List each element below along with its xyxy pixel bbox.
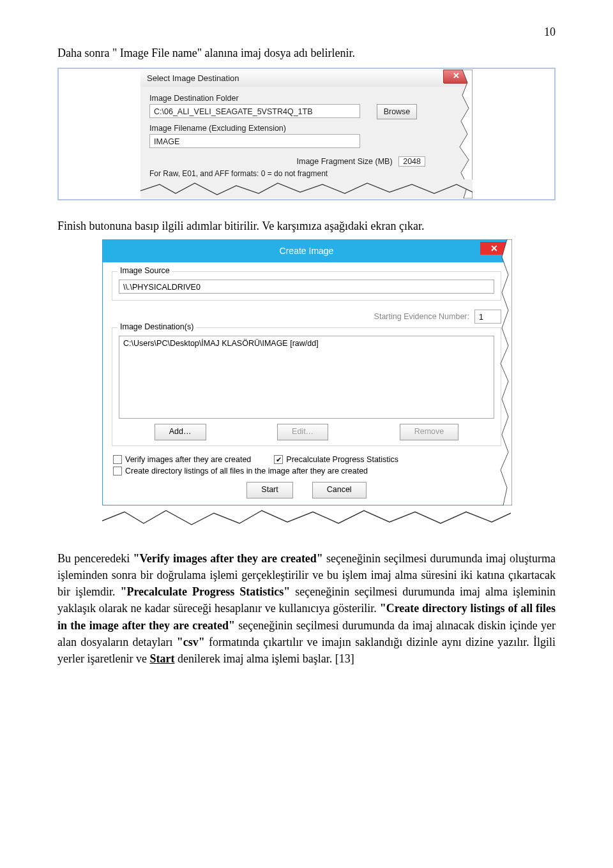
screenshot-select-image-destination: ✕ Select Image Destination Image Destina… <box>57 68 556 200</box>
dialog-title: Create Image ✕ <box>103 239 510 262</box>
page-number: 10 <box>57 26 556 39</box>
fragment-size-hint: For Raw, E01, and AFF formats: 0 = do no… <box>149 169 328 178</box>
checkbox-icon <box>113 455 122 464</box>
image-destinations-fieldset: Image Destination(s) C:\Users\PC\Desktop… <box>112 327 501 446</box>
dirlist-checkbox-label: Create directory listings of all files i… <box>125 467 368 475</box>
dirlist-checkbox[interactable]: Create directory listings of all files i… <box>113 467 500 475</box>
verify-checkbox-label: Verify images after they are created <box>125 455 251 464</box>
edit-button[interactable]: Edit… <box>277 424 328 440</box>
explanation-paragraph: Bu penceredeki "Verify images after they… <box>57 550 556 667</box>
remove-button[interactable]: Remove <box>400 424 459 440</box>
image-destinations-legend: Image Destination(s) <box>117 322 196 331</box>
after-dialog1-text: Finish butonuna basıp ilgili adımlar bit… <box>57 220 556 233</box>
add-button[interactable]: Add… <box>155 424 206 440</box>
fragment-size-label: Image Fragment Size (MB) <box>297 157 393 166</box>
checkbox-icon <box>113 467 122 475</box>
filename-input[interactable]: IMAGE <box>149 134 360 148</box>
folder-label: Image Destination Folder <box>149 94 239 103</box>
dialog-title: Select Image Destination <box>140 70 473 87</box>
fragment-size-input[interactable]: 2048 <box>398 156 425 167</box>
folder-input[interactable]: C:\06_ALI_VELI_SEAGATE_5VSTR4Q_1TB <box>149 104 360 118</box>
list-item[interactable]: C:\Users\PC\Desktop\İMAJ KLASÖRÜ\IMAGE [… <box>123 339 490 348</box>
precalc-checkbox[interactable]: ✔ Precalculate Progress Statistics <box>274 455 398 464</box>
filename-label: Image Filename (Excluding Extension) <box>149 124 286 133</box>
evidence-number-label: Starting Evidence Number: <box>374 312 469 321</box>
image-source-input[interactable]: \\.\PHYSICALDRIVE0 <box>119 280 494 294</box>
destination-list[interactable]: C:\Users\PC\Desktop\İMAJ KLASÖRÜ\IMAGE [… <box>119 336 494 419</box>
evidence-number-input[interactable]: 1 <box>474 310 501 324</box>
verify-checkbox[interactable]: Verify images after they are created <box>113 455 251 464</box>
intro-text: Daha sonra " Image File name" alanına im… <box>57 45 556 61</box>
precalc-checkbox-label: Precalculate Progress Statistics <box>286 455 398 464</box>
screenshot-create-image: Create Image ✕ Image Source \\.\PHYSICAL… <box>102 239 511 531</box>
cancel-button[interactable]: Cancel <box>312 482 367 498</box>
browse-button[interactable]: Browse <box>377 104 418 119</box>
checkbox-checked-icon: ✔ <box>274 455 283 464</box>
image-source-fieldset: Image Source \\.\PHYSICALDRIVE0 <box>112 271 501 301</box>
image-source-legend: Image Source <box>117 266 172 275</box>
start-button[interactable]: Start <box>246 482 292 498</box>
